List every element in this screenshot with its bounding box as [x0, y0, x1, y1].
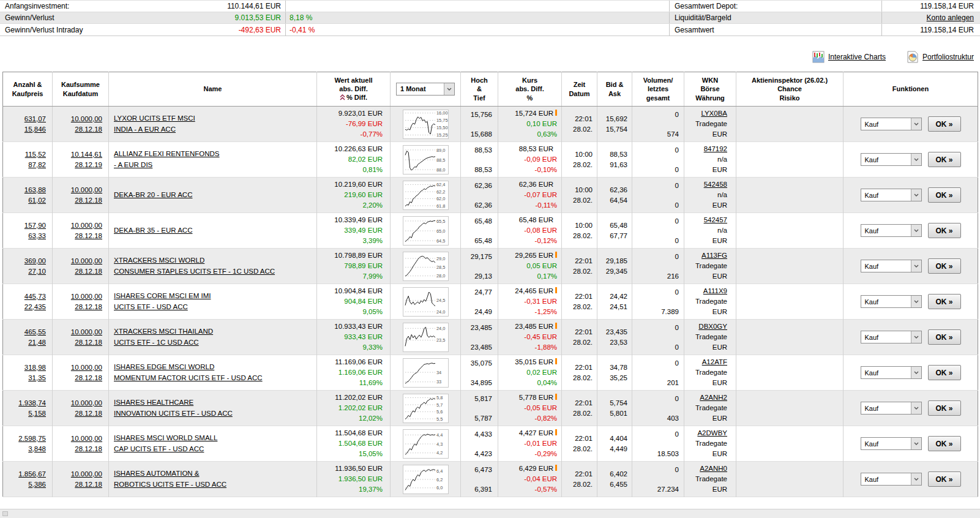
anzahl-link[interactable]: 2.598,75 — [18, 434, 46, 444]
anzahl-link[interactable]: 1.856,67 — [18, 469, 46, 479]
anzahl-link[interactable]: 1.938,74 — [18, 398, 46, 408]
ok-button[interactable]: OK » — [928, 400, 961, 416]
instrument-name-link[interactable]: XTRACKERS MSCI WORLD — [114, 255, 316, 266]
funktion-select[interactable]: Kauf — [861, 260, 922, 272]
kaufsumme-link[interactable]: 10.000,00 — [71, 114, 102, 124]
kaufdatum-link[interactable]: 28.12.18 — [75, 337, 102, 348]
sparkline-chart[interactable]: 5,85,75,65,5 — [403, 394, 449, 423]
instrument-name-link-line2[interactable]: CAP UCITS ETF - USD ACC — [114, 444, 316, 454]
kaufsumme-link[interactable]: 10.000,00 — [71, 469, 102, 479]
ok-button[interactable]: OK » — [928, 223, 961, 238]
sparkline-chart[interactable]: 24,023,5 — [403, 323, 449, 352]
kaufpreis-link[interactable]: 27,10 — [28, 266, 46, 277]
wkn-link[interactable]: A113FG — [701, 250, 727, 261]
kaufdatum-link[interactable]: 28.12.18 — [75, 124, 102, 135]
chart-period-select[interactable]: 1 Monat — [396, 83, 455, 96]
funktion-select[interactable]: Kauf — [861, 402, 922, 415]
sparkline-chart[interactable]: 4,44,34,2 — [403, 429, 449, 459]
instrument-name-link-line2[interactable]: UCITS ETF - USD ACC — [114, 302, 316, 312]
ok-button[interactable]: OK » — [928, 471, 961, 487]
funktion-select[interactable]: Kauf — [861, 437, 922, 450]
kaufpreis-link[interactable]: 63,33 — [28, 231, 46, 241]
portfolio-structure-link[interactable]: Portfoliostruktur — [907, 51, 974, 63]
kaufsumme-link[interactable]: 10.000,00 — [71, 185, 102, 195]
anzahl-link[interactable]: 631,07 — [24, 114, 46, 124]
ok-button[interactable]: OK » — [928, 152, 961, 167]
kaufsumme-link[interactable]: 10.000,00 — [71, 398, 102, 408]
wkn-link[interactable]: 542457 — [704, 215, 727, 225]
kaufpreis-link[interactable]: 31,35 — [28, 373, 46, 383]
kaufpreis-link[interactable]: 15,846 — [24, 124, 46, 135]
ok-button[interactable]: OK » — [928, 436, 961, 451]
anzahl-link[interactable]: 369,00 — [24, 256, 46, 266]
sparkline-chart[interactable]: 6,46,26,0 — [403, 465, 449, 494]
instrument-name-link-line2[interactable]: - A EUR DIS — [114, 160, 316, 170]
instrument-name-link[interactable]: DEKA-BR 20 - EUR ACC — [114, 190, 316, 200]
instrument-name-link-line2[interactable]: INDIA - A EUR ACC — [114, 124, 316, 135]
funktion-select[interactable]: Kauf — [861, 224, 922, 237]
ok-button[interactable]: OK » — [928, 365, 961, 380]
funktion-select[interactable]: Kauf — [861, 118, 922, 130]
sparkline-chart[interactable]: 62,462,262,061,8 — [403, 181, 449, 210]
interactive-charts-link[interactable]: Interaktive Charts — [812, 51, 886, 63]
sparkline-chart[interactable]: 65,565,064,5 — [403, 216, 449, 246]
wkn-link[interactable]: A2DWBY — [697, 428, 727, 438]
anzahl-link[interactable]: 445,73 — [24, 291, 46, 302]
instrument-name-link[interactable]: ISHARES EDGE MSCI WORLD — [114, 362, 316, 372]
kaufdatum-link[interactable]: 28.12.18 — [75, 373, 102, 383]
wkn-link[interactable]: A12ATF — [702, 357, 727, 367]
anzahl-link[interactable]: 115,52 — [25, 149, 46, 160]
ok-button[interactable]: OK » — [928, 294, 961, 309]
kaufpreis-link[interactable]: 22,435 — [24, 302, 46, 312]
anzahl-link[interactable]: 163,88 — [24, 185, 46, 195]
kaufsumme-link[interactable]: 10.000,00 — [71, 327, 102, 337]
instrument-name-link[interactable]: ISHARES MSCI WORLD SMALL — [114, 433, 316, 443]
kaufsumme-link[interactable]: 10.000,00 — [71, 256, 102, 266]
konto-anlegen-link[interactable]: Konto anlegen — [927, 13, 974, 22]
instrument-name-link[interactable]: ISHARES HEALTHCARE — [114, 397, 316, 408]
sort-ascending-icon[interactable] — [340, 94, 345, 102]
kaufsumme-link[interactable]: 10.000,00 — [71, 362, 102, 373]
kaufdatum-link[interactable]: 28.12.18 — [75, 266, 102, 277]
wkn-link[interactable]: A2ANH0 — [700, 464, 727, 474]
kaufdatum-link[interactable]: 28.12.18 — [75, 302, 102, 312]
funktion-select[interactable]: Kauf — [861, 366, 922, 379]
funktion-select[interactable]: Kauf — [861, 189, 922, 201]
wkn-link[interactable]: A2ANH2 — [700, 392, 727, 403]
kaufpreis-link[interactable]: 5,158 — [28, 408, 46, 419]
ok-button[interactable]: OK » — [928, 187, 961, 203]
sparkline-chart[interactable]: 89,088,588,0 — [403, 145, 449, 175]
kaufsumme-link[interactable]: 10.000,00 — [71, 291, 102, 302]
kaufdatum-link[interactable]: 28.12.18 — [75, 408, 102, 419]
sparkline-chart[interactable]: 3433 — [403, 358, 449, 388]
instrument-name-link-line2[interactable]: INNOVATION UCITS ETF - USD ACC — [114, 408, 316, 419]
ok-button[interactable]: OK » — [928, 116, 961, 132]
instrument-name-link[interactable]: DEKA-BR 35 - EUR ACC — [114, 225, 316, 236]
wkn-link[interactable]: 542458 — [704, 179, 727, 190]
ok-button[interactable]: OK » — [928, 258, 961, 274]
funktion-select[interactable]: Kauf — [861, 295, 922, 308]
funktion-select[interactable]: Kauf — [861, 153, 922, 166]
instrument-name-link[interactable]: ISHARES CORE MSCI EM IMI — [114, 291, 316, 301]
kaufsumme-link[interactable]: 10.000,00 — [71, 434, 102, 444]
instrument-name-link[interactable]: ISHARES AUTOMATION & — [114, 468, 316, 479]
kaufdatum-link[interactable]: 28.12.18 — [75, 444, 102, 454]
instrument-name-link[interactable]: XTRACKERS MSCI THAILAND — [114, 326, 316, 337]
kaufpreis-link[interactable]: 21,48 — [28, 337, 46, 348]
instrument-name-link-line2[interactable]: ROBOTICS UCITS ETF - USD ACC — [114, 479, 316, 490]
kaufsumme-link[interactable]: 10.144,61 — [71, 149, 102, 160]
kaufsumme-link[interactable]: 10.000,00 — [71, 220, 102, 231]
kaufdatum-link[interactable]: 28.12.18 — [75, 479, 102, 490]
instrument-name-link-line2[interactable]: UCITS ETF - 1C USD ACC — [114, 337, 316, 348]
kaufdatum-link[interactable]: 28.12.18 — [75, 231, 102, 241]
sparkline-chart[interactable]: 16,0015,7515,5015,25 — [403, 110, 449, 139]
instrument-name-link-line2[interactable]: MOMENTUM FACTOR UCITS ETF - USD ACC — [114, 373, 316, 383]
wkn-link[interactable]: A111X9 — [703, 286, 727, 296]
anzahl-link[interactable]: 465,55 — [24, 327, 46, 337]
anzahl-link[interactable]: 318,98 — [24, 362, 46, 373]
wkn-link[interactable]: DBX0GY — [698, 321, 727, 332]
scrollbar-thumb[interactable] — [2, 511, 8, 516]
horizontal-scrollbar[interactable] — [0, 509, 980, 518]
instrument-name-link-line2[interactable]: CONSUMER STAPLES UCITS ETF - 1C USD ACC — [114, 266, 316, 277]
wkn-link[interactable]: 847192 — [704, 144, 727, 154]
